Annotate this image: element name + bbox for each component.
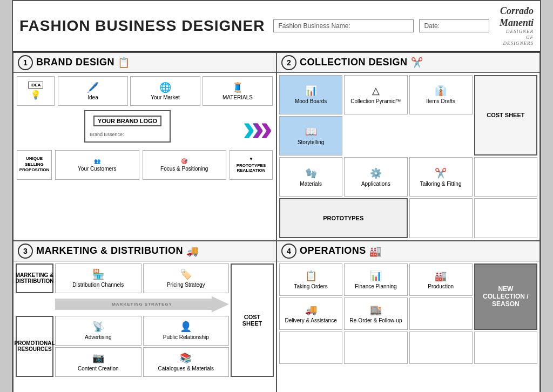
promo-label-cell: PROMOTIONAL RESOURCES: [16, 316, 53, 377]
scissors-icon: ✂️: [411, 57, 423, 69]
date-field[interactable]: Date:: [419, 19, 489, 32]
delivery-cell: 🚚 Delivery & Assistance: [279, 298, 342, 330]
tailoring-label: Tailoring & Fitting: [420, 181, 462, 187]
market-icon: 🌐: [159, 82, 171, 93]
items-drafts-cell: 👔 Items Drafts: [409, 75, 473, 114]
logo-brand: Corrado Manenti: [498, 5, 534, 29]
brand-bottom-row: UNIQUE SELLING PROPOSITION 👥 Your Custom…: [17, 150, 273, 180]
main-page: FASHION BUSINESS DESIGNER Fashion Busine…: [12, 0, 541, 392]
collection-design-quadrant: 2 COLLECTION DESIGN ✂️ 📊 Mood Boards △ C…: [276, 52, 540, 241]
mkt-label-cell: MARKETING & DISTRIBUTION: [16, 263, 53, 293]
taking-orders-cell: 📋 Taking Orders: [279, 263, 342, 296]
advertising-label: Advertising: [85, 334, 111, 340]
items-label: Items Drafts: [426, 98, 455, 104]
new-collection-cell: NEW COLLECTION / SEASON: [474, 263, 537, 330]
idea-label: IDEA: [28, 82, 43, 89]
production-icon: 🏭: [435, 270, 447, 282]
public-rel-label: Public Relationship: [163, 334, 209, 340]
brand-design-title: BRAND DESIGN: [36, 57, 114, 68]
materials-coll-icon: 🧤: [305, 167, 317, 179]
mkt-cost-sheet-cell: COST SHEET: [231, 263, 274, 377]
ops-empty2: [279, 332, 342, 364]
brand-design-icon: 📋: [118, 57, 130, 69]
ops-empty3: [344, 332, 407, 364]
usp-label: UNIQUE SELLING PROPOSITION: [19, 156, 50, 173]
pricing-icon: 🏷️: [180, 268, 192, 280]
tailoring-cell: ✂️ Tailoring & Fitting: [409, 157, 473, 197]
logo: Corrado Manenti DESIGNER OF DESIGNERS: [498, 5, 534, 46]
marketing-title: MARKETING & DISTRIBUTION: [36, 245, 183, 256]
customers-icon: 👥: [94, 158, 100, 164]
ops-empty4: [409, 332, 473, 364]
distribution-icon: 🏪: [92, 268, 104, 280]
date-label: Date:: [424, 22, 440, 30]
advertising-cell: 📡 Advertising: [55, 316, 141, 346]
finance-cell: 📊 Finance Planning: [344, 263, 407, 296]
finance-icon: 📊: [370, 270, 382, 282]
business-name-field[interactable]: Fashion Business Name:: [273, 19, 414, 32]
operations-grid: 📋 Taking Orders 📊 Finance Planning 🏭 Pro…: [279, 263, 537, 364]
idea-cell: IDEA 💡: [17, 76, 55, 106]
delivery-label: Delivery & Assistance: [285, 317, 337, 323]
brand-logo-box: YOUR BRAND LOGO Brand Essence:: [84, 110, 171, 143]
brand-design-number: 1: [18, 55, 33, 70]
ops-empty1: [409, 298, 473, 330]
collection-header: 2 COLLECTION DESIGN ✂️: [277, 53, 539, 73]
cost-sheet-header-cell: COST SHEET: [474, 75, 537, 156]
collection-title: COLLECTION DESIGN: [300, 57, 408, 68]
empty3-cell: [409, 198, 473, 238]
mood-boards-cell: 📊 Mood Boards: [279, 75, 342, 114]
applications-label: Applications: [361, 181, 390, 187]
arrow-spacer: [16, 295, 53, 314]
new-collection-label: NEW COLLECTION / SEASON: [478, 285, 533, 308]
idea-text-icon: 🖊️: [87, 82, 99, 93]
storytelling-label: Storytelling: [298, 139, 324, 145]
mkt-arrow-container: MARKETING STRATEGY: [55, 295, 229, 314]
marketing-header: 3 MARKETING & DISTRIBUTION 🚚: [14, 241, 276, 261]
brand-design-header: 1 BRAND DESIGN 📋: [14, 53, 276, 73]
lamp-icon: 💡: [30, 90, 41, 100]
catalogues-icon: 📚: [180, 352, 192, 364]
storytelling-icon: 📖: [305, 126, 317, 138]
customers-label: Your Customers: [78, 166, 116, 172]
marketing-quadrant: 3 MARKETING & DISTRIBUTION 🚚 MARKETING &…: [13, 241, 276, 392]
focus-label: Focus & Positioning: [160, 166, 208, 172]
public-rel-cell: 👤 Public Relationship: [143, 316, 230, 346]
collection-inner: 📊 Mood Boards △ Collection Pyramid™ 👔 It…: [277, 73, 539, 240]
pricing-label: Pricing Strategy: [167, 282, 205, 288]
factory-icon: 🏭: [369, 245, 381, 257]
usp-cell: UNIQUE SELLING PROPOSITION: [17, 150, 52, 180]
brand-logo-title: YOUR BRAND LOGO: [93, 116, 161, 126]
mkt-arrow: MARKETING STRATEGY: [55, 296, 229, 313]
purple-arrow: »: [252, 109, 273, 147]
reorder-icon: 🏬: [370, 304, 382, 316]
brand-logo-container: YOUR BRAND LOGO Brand Essence:: [17, 110, 238, 146]
ops-empty5: [474, 332, 537, 364]
operations-inner: 📋 Taking Orders 📊 Finance Planning 🏭 Pro…: [277, 261, 539, 392]
focus-icon: 🎯: [181, 158, 187, 164]
idea-text-cell: 🖊️ Idea: [58, 76, 128, 106]
taking-orders-icon: 📋: [305, 270, 317, 282]
customers-cell: 👥 Your Customers: [55, 150, 139, 180]
idea-text-label: Idea: [87, 94, 98, 100]
business-name-label: Fashion Business Name:: [278, 22, 350, 30]
mood-boards-label: Mood Boards: [295, 98, 327, 104]
applications-icon: ⚙️: [370, 167, 382, 179]
operations-number: 4: [281, 244, 296, 259]
marketing-grid: MARKETING & DISTRIBUTION 🏪 Distribution …: [16, 263, 274, 377]
materials-label: MATERIALS: [222, 94, 253, 100]
production-label: Production: [428, 283, 454, 289]
content-icon: 📷: [92, 352, 104, 364]
brand-inner: IDEA 💡 🖊️ Idea 🌐 Your Market: [14, 73, 276, 240]
empty4-cell: [474, 198, 537, 238]
brand-top-row: IDEA 💡 🖊️ Idea 🌐 Your Market: [17, 76, 273, 106]
taking-orders-label: Taking Orders: [294, 283, 328, 289]
your-market-label: Your Market: [151, 94, 180, 100]
brand-logo-row: YOUR BRAND LOGO Brand Essence: » »: [17, 109, 273, 147]
storytelling-cell: 📖 Storytelling: [279, 116, 342, 156]
catalogues-label: Catalogues & Materials: [158, 366, 214, 371]
header-fields: Fashion Business Name: Date:: [273, 19, 489, 32]
public-rel-icon: 👤: [180, 321, 192, 333]
prototypes-label-cell: PROTOTYPES: [279, 198, 408, 238]
pricing-cell: 🏷️ Pricing Strategy: [143, 263, 230, 293]
